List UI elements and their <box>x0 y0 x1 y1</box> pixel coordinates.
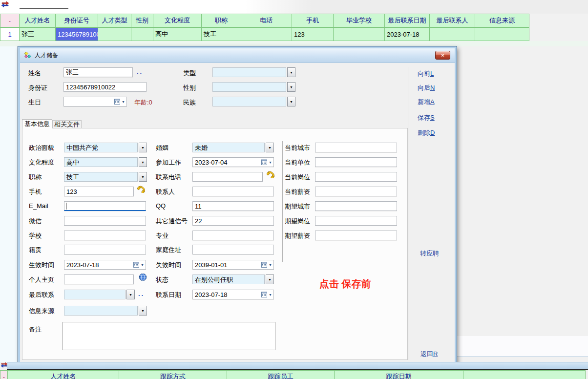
header-cell-empty[interactable] <box>463 370 586 379</box>
add-link[interactable]: 新增A <box>418 98 435 106</box>
job-title-combo[interactable]: 技工 ▼ <box>64 172 147 182</box>
education-value[interactable]: 高中 <box>64 157 138 167</box>
data-cell[interactable]: 高中 <box>153 27 202 41</box>
grid-corner-cell[interactable]: - <box>0 14 20 27</box>
dropdown-arrow-icon[interactable]: ▼ <box>287 97 295 106</box>
major-input[interactable] <box>192 231 274 240</box>
save-link[interactable]: 保存S <box>418 113 435 122</box>
return-link[interactable]: 返回R <box>420 350 438 358</box>
dropdown-arrow-icon[interactable]: ▼ <box>287 82 295 92</box>
nav-backward-link[interactable]: 向后N <box>418 84 435 92</box>
tab-basic-info[interactable]: 基本信息 <box>22 119 52 128</box>
native-place-input[interactable] <box>64 245 146 254</box>
work-start-datepicker[interactable]: 2023-07-04 ▼ <box>192 157 274 167</box>
data-cell[interactable] <box>333 27 385 41</box>
header-cell[interactable]: 电话 <box>241 14 292 27</box>
phone-dial-icon[interactable] <box>267 169 276 178</box>
data-cell[interactable]: 2023-07-18 <box>384 27 430 41</box>
bottom-splitter-band[interactable] <box>7 362 588 370</box>
header-cell[interactable]: 最后联系日期 <box>384 14 430 27</box>
close-button[interactable]: × <box>435 51 450 60</box>
political-status-value[interactable]: 中国共产党 <box>64 143 138 152</box>
header-cell[interactable]: 毕业学校 <box>333 14 385 27</box>
current-salary-input[interactable] <box>315 187 397 196</box>
remark-textarea[interactable] <box>63 322 275 350</box>
globe-icon[interactable] <box>139 273 147 281</box>
data-cell[interactable]: 张三 <box>19 27 56 41</box>
ethnic-combo[interactable]: ▼ <box>212 97 295 106</box>
dropdown-arrow-icon[interactable]: ▼ <box>266 274 274 284</box>
data-cell[interactable] <box>131 27 153 41</box>
last-contact-value[interactable] <box>64 290 126 299</box>
contact-person-input[interactable] <box>192 187 274 196</box>
homepage-input[interactable] <box>64 274 134 284</box>
header-cell[interactable]: 跟踪日期 <box>334 370 463 379</box>
ethnic-combo-value[interactable] <box>212 97 286 106</box>
gender-combo[interactable]: ▼ <box>212 82 295 92</box>
data-cell[interactable] <box>241 27 292 41</box>
idcard-input[interactable] <box>63 82 147 92</box>
delete-link[interactable]: 删除D <box>418 128 435 137</box>
school-input[interactable] <box>64 231 146 240</box>
info-source-value[interactable] <box>64 306 138 316</box>
expiry-datepicker[interactable]: 2039-01-01 ▼ <box>192 260 274 270</box>
dropdown-arrow-icon[interactable]: ▼ <box>139 143 147 152</box>
header-cell[interactable]: 人才姓名 <box>19 14 56 27</box>
status-combo[interactable]: 在别公司任职 ▼ <box>192 274 274 284</box>
contact-phone-input[interactable] <box>192 172 263 182</box>
info-source-combo[interactable]: ▼ <box>64 306 147 316</box>
job-title-value[interactable]: 技工 <box>64 172 138 182</box>
dropdown-arrow-icon[interactable]: ▼ <box>139 172 147 182</box>
data-cell[interactable] <box>98 27 131 41</box>
header-cell[interactable]: 信息来源 <box>475 14 529 27</box>
home-address-input[interactable] <box>192 245 274 254</box>
dropdown-arrow-icon[interactable]: ▼ <box>139 157 147 167</box>
birthday-datepicker[interactable]: ▼ <box>63 97 127 106</box>
gender-combo-value[interactable] <box>212 82 286 92</box>
phone-dial-icon[interactable] <box>137 184 147 193</box>
current-company-input[interactable] <box>315 157 397 167</box>
data-cell[interactable]: 123 <box>292 27 334 41</box>
data-cell-selected[interactable]: 12345678910022 <box>55 27 98 41</box>
swap-arrows-icon[interactable] <box>1 1 9 7</box>
data-cell[interactable] <box>429 27 475 41</box>
nav-forward-link[interactable]: 向前L <box>418 69 434 78</box>
header-cell[interactable]: 最后联系人 <box>429 14 475 27</box>
dropdown-arrow-icon[interactable]: ▼ <box>139 306 147 316</box>
current-position-input[interactable] <box>315 172 397 182</box>
expected-position-input[interactable] <box>315 216 397 226</box>
row-number-cell[interactable]: 1 <box>0 27 20 41</box>
last-contact-combo[interactable]: ▼ <box>64 290 135 299</box>
grid-corner-cell[interactable]: - <box>0 370 8 379</box>
dropdown-arrow-icon[interactable]: ▼ <box>266 143 274 152</box>
transfer-to-recruit-link[interactable]: 转应聘 <box>420 249 439 258</box>
header-cell[interactable]: 性别 <box>131 14 153 27</box>
swap-arrows-icon[interactable] <box>0 362 8 368</box>
name-input[interactable] <box>63 67 133 77</box>
current-city-input[interactable] <box>315 143 397 152</box>
data-cell[interactable]: 技工 <box>201 27 241 41</box>
header-cell[interactable]: 人才姓名 <box>7 370 119 379</box>
header-cell[interactable]: 文化程度 <box>153 14 202 27</box>
marriage-value[interactable]: 未婚 <box>192 143 265 152</box>
expected-salary-input[interactable] <box>315 231 397 240</box>
header-cell[interactable]: 身份证号 <box>55 14 98 27</box>
name-more-button[interactable]: .. <box>137 68 143 75</box>
header-cell[interactable]: 职称 <box>201 14 241 27</box>
tab-related-files[interactable]: 相关文件 <box>52 120 82 128</box>
type-combo[interactable]: ▼ <box>212 67 295 77</box>
header-cell[interactable]: 人才类型 <box>98 14 131 27</box>
header-cell[interactable]: 手机 <box>292 14 334 27</box>
dialog-titlebar[interactable]: 人才储备 × <box>20 48 455 63</box>
political-status-combo[interactable]: 中国共产党 ▼ <box>64 143 147 152</box>
data-cell[interactable] <box>475 27 529 41</box>
education-combo[interactable]: 高中 ▼ <box>64 157 147 167</box>
marriage-combo[interactable]: 未婚 ▼ <box>192 143 274 152</box>
effective-datepicker[interactable]: 2023-07-18 ▼ <box>64 260 146 270</box>
dropdown-arrow-icon[interactable]: ▼ <box>126 290 135 299</box>
last-contact-more-button[interactable]: .. <box>138 290 145 297</box>
type-combo-value[interactable] <box>212 67 286 77</box>
wechat-input[interactable] <box>64 216 146 226</box>
header-cell[interactable]: 跟踪方式 <box>119 370 227 379</box>
dropdown-arrow-icon[interactable]: ▼ <box>287 67 295 77</box>
